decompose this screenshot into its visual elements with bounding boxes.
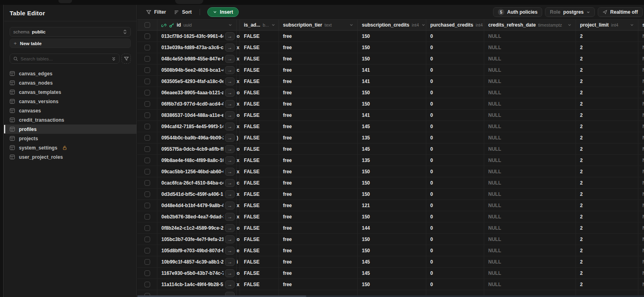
cell-credits-refresh-date[interactable]: NULL	[484, 222, 576, 233]
row-checkbox[interactable]	[144, 124, 150, 129]
cell-id[interactable]: 0f8b24e2-c1c2-4589-99ce-2c52d... →	[157, 222, 237, 233]
cell-project-limit[interactable]: 2	[576, 110, 638, 120]
cell-truncated[interactable]: o	[237, 110, 240, 120]
row-checkbox[interactable]	[144, 101, 150, 107]
cell-is-admin[interactable]: FALSE	[240, 76, 279, 87]
cell-subscription-partial[interactable]: NULL	[638, 42, 644, 53]
cell-truncated[interactable]: x	[237, 98, 240, 109]
cell-project-limit[interactable]: 2	[576, 143, 638, 154]
row-checkbox[interactable]	[144, 79, 150, 84]
cell-subscription-credits[interactable]: 141	[358, 64, 426, 75]
column-header-project-limit[interactable]: project_limit int4	[576, 20, 638, 30]
cell-subscription-tier[interactable]: free	[279, 256, 358, 267]
horizontal-scrollbar[interactable]	[137, 295, 644, 297]
cell-is-admin[interactable]: FALSE	[240, 64, 279, 75]
expand-row-button[interactable]: →	[225, 100, 235, 108]
cell-credits-refresh-date[interactable]: NULL	[484, 64, 576, 75]
cell-subscription-tier[interactable]: free	[279, 211, 358, 222]
column-header-subscription-tier[interactable]: subscription_tier text	[279, 20, 358, 30]
cell-subscription-partial[interactable]: NULL	[638, 87, 644, 98]
search-tables-input[interactable]	[21, 56, 109, 61]
cell-purchased-credits[interactable]: 0	[426, 42, 484, 53]
cell-subscription-credits[interactable]: 150	[358, 189, 426, 199]
cell-purchased-credits[interactable]: 0	[426, 98, 484, 109]
cell-truncated[interactable]: x	[237, 76, 240, 87]
column-menu-chevron[interactable]	[630, 23, 634, 27]
cell-id[interactable]: 094caf42-7185-4e45-99f3-14abee... →	[157, 121, 237, 132]
cell-credits-refresh-date[interactable]: NULL	[484, 31, 576, 42]
cell-purchased-credits[interactable]: 0	[426, 76, 484, 87]
cell-subscription-credits[interactable]: 150	[358, 98, 426, 109]
cell-project-limit[interactable]: 2	[576, 31, 638, 42]
cell-credits-refresh-date[interactable]: NULL	[484, 53, 576, 64]
cell-purchased-credits[interactable]: 0	[426, 234, 484, 245]
cell-is-admin[interactable]: FALSE	[240, 98, 279, 109]
cell-purchased-credits[interactable]: 0	[426, 256, 484, 267]
row-checkbox[interactable]	[144, 45, 150, 50]
cell-subscription-credits[interactable]: 150	[358, 42, 426, 53]
column-menu-chevron[interactable]	[421, 23, 425, 27]
cell-truncated[interactable]: e	[237, 245, 240, 256]
cell-subscription-partial[interactable]: NULL	[638, 121, 644, 132]
cell-subscription-tier[interactable]: free	[279, 53, 358, 64]
cell-subscription-credits[interactable]: 150	[358, 279, 426, 290]
cell-truncated[interactable]: c	[237, 64, 240, 75]
cell-subscription-partial[interactable]: NULL	[638, 98, 644, 109]
expand-row-button[interactable]: →	[225, 213, 235, 221]
role-select-button[interactable]: Role postgres	[545, 7, 595, 17]
row-checkbox[interactable]	[144, 180, 150, 186]
cell-credits-refresh-date[interactable]: NULL	[484, 245, 576, 256]
row-checkbox[interactable]	[144, 146, 150, 152]
row-checkbox[interactable]	[144, 214, 150, 220]
cell-truncated[interactable]: x	[237, 121, 240, 132]
cell-project-limit[interactable]: 2	[576, 222, 638, 233]
row-checkbox[interactable]	[144, 169, 150, 174]
cell-purchased-credits[interactable]: 0	[426, 110, 484, 120]
expand-row-button[interactable]: →	[225, 134, 235, 142]
cell-is-admin[interactable]: FALSE	[240, 177, 279, 188]
expand-row-button[interactable]: →	[225, 89, 235, 97]
cell-truncated[interactable]: x	[237, 166, 240, 177]
cell-purchased-credits[interactable]: 0	[426, 121, 484, 132]
expand-row-button[interactable]: →	[225, 258, 235, 266]
cell-id[interactable]: 1167e930-e5b0-43b7-b74c-788c9... →	[157, 268, 237, 278]
cell-id[interactable]: 06eaee33-8905-4aaa-b121-ab552... →	[157, 87, 237, 98]
cell-is-admin[interactable]: FALSE	[240, 222, 279, 233]
cell-project-limit[interactable]: 2	[576, 279, 638, 290]
cell-project-limit[interactable]: 2	[576, 166, 638, 177]
expand-row-button[interactable]: →	[225, 156, 235, 164]
row-checkbox[interactable]	[144, 225, 150, 231]
cell-subscription-tier[interactable]: free	[279, 222, 358, 233]
cell-credits-refresh-date[interactable]: NULL	[484, 256, 576, 267]
cell-purchased-credits[interactable]: 0	[426, 155, 484, 166]
expand-row-button[interactable]: →	[225, 32, 235, 40]
column-header-purchased-credits[interactable]: purchased_credits int4	[426, 20, 484, 30]
column-header-is-admin[interactable]: is_ad... b...	[240, 20, 279, 30]
sidebar-item-profiles[interactable]: profiles	[4, 125, 136, 134]
cell-is-admin[interactable]: FALSE	[240, 211, 279, 222]
cell-is-admin[interactable]: FALSE	[240, 53, 279, 64]
cell-project-limit[interactable]: 2	[576, 256, 638, 267]
cell-purchased-credits[interactable]: 0	[426, 31, 484, 42]
sidebar-item-canvas_versions[interactable]: canvas_versions	[4, 97, 136, 106]
cell-truncated[interactable]: i	[237, 256, 240, 267]
cell-id[interactable]: 09cac5bb-1256-46bd-ab60-64ed... →	[157, 166, 237, 177]
cell-subscription-partial[interactable]: NULL	[638, 53, 644, 64]
cell-subscription-credits[interactable]: 145	[358, 268, 426, 278]
row-checkbox[interactable]	[144, 203, 150, 208]
cell-project-limit[interactable]: 2	[576, 53, 638, 64]
column-header-subscription-credits[interactable]: subscription_credits int4	[358, 20, 426, 30]
cell-purchased-credits[interactable]: 0	[426, 189, 484, 199]
cell-subscription-partial[interactable]: NULL	[638, 132, 644, 143]
cell-credits-refresh-date[interactable]: NULL	[484, 87, 576, 98]
row-checkbox[interactable]	[144, 112, 150, 118]
cell-subscription-tier[interactable]: free	[279, 87, 358, 98]
cell-credits-refresh-date[interactable]: NULL	[484, 189, 576, 199]
sidebar-item-canvas_edges[interactable]: canvas_edges	[4, 69, 136, 78]
cell-is-admin[interactable]: FALSE	[240, 87, 279, 98]
sidebar-item-credit_transactions[interactable]: credit_transactions	[4, 115, 136, 125]
expand-row-button[interactable]: →	[225, 201, 235, 210]
column-header-id[interactable]: id uuid	[157, 20, 237, 30]
column-header-truncated[interactable]	[237, 20, 240, 30]
cell-credits-refresh-date[interactable]: NULL	[484, 132, 576, 143]
